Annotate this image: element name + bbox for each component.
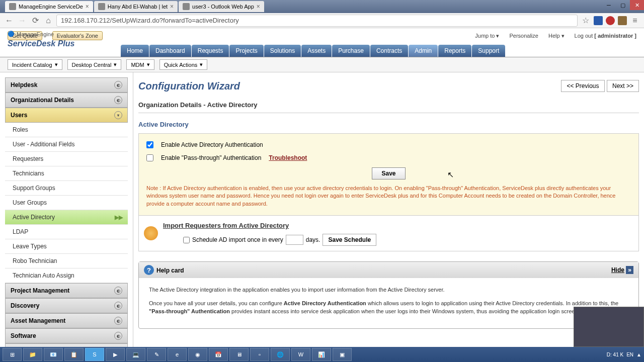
minimize-button[interactable]: ─ [602, 0, 616, 10]
enable-passthrough-checkbox[interactable] [146, 154, 153, 161]
nav-tab-requests[interactable]: Requests [192, 45, 229, 57]
toolbar-dropdown[interactable]: Desktop Central ▾ [67, 59, 122, 70]
sidebar-item[interactable]: LDAP [5, 225, 128, 239]
collapse-icon: ◐ [114, 317, 122, 325]
nav-tab-purchase[interactable]: Purchase [332, 45, 370, 57]
sidebar-item[interactable]: User Groups [5, 196, 128, 210]
tray-icon[interactable]: ▲ [636, 352, 641, 357]
sidebar-item[interactable]: Active Directory▶▶ [5, 210, 128, 225]
start-button[interactable]: ⊞ [3, 348, 22, 361]
sidebar-item[interactable]: User - Additional Fields [5, 137, 128, 152]
extension-icon[interactable] [618, 16, 627, 25]
taskbar-app[interactable]: 📁 [23, 348, 42, 361]
sidebar-item[interactable]: Roles [5, 123, 128, 137]
personalize-link[interactable]: Personalize [509, 33, 538, 39]
schedule-days-input[interactable] [286, 235, 303, 245]
import-requesters-link[interactable]: Import Requesters from Active Directory [163, 222, 289, 229]
schedule-checkbox[interactable] [183, 237, 190, 243]
taskbar-app[interactable]: e [168, 348, 187, 361]
taskbar-app[interactable]: 📊 [312, 348, 331, 361]
help-body: The Active Directory integration in the … [139, 278, 638, 328]
active-directory-box: Enable Active Directory Authentication E… [138, 133, 639, 216]
forward-button[interactable]: → [17, 16, 27, 26]
taskbar-app[interactable]: 📅 [209, 348, 228, 361]
nav-tab-solutions[interactable]: Solutions [264, 45, 301, 57]
sidebar-item[interactable]: Robo Technician [5, 254, 128, 268]
taskbar-app[interactable]: ✎ [147, 348, 166, 361]
favicon-icon [9, 3, 16, 10]
jump-to-link[interactable]: Jump to ▾ [475, 33, 499, 39]
taskbar-app[interactable]: 📋 [64, 348, 84, 361]
tab-label: ManageEngine ServiceDe [19, 4, 83, 10]
back-button[interactable]: ← [4, 16, 14, 26]
sidebar-item[interactable]: Technicians [5, 166, 128, 181]
sidebar-section-header[interactable]: Purchase / Contract Management◐ [5, 343, 128, 347]
nav-tab-reports[interactable]: Reports [438, 45, 471, 57]
home-button[interactable]: ⌂ [43, 16, 53, 26]
sidebar-section-header[interactable]: Discovery◐ [5, 298, 128, 313]
sidebar-section-header[interactable]: Users▾ [5, 108, 128, 123]
taskbar-app[interactable]: 💻 [126, 348, 145, 361]
nav-tab-projects[interactable]: Projects [229, 45, 263, 57]
sidebar-section-header[interactable]: Asset Management◐ [5, 313, 128, 328]
logout-link[interactable]: Log out [ administrator ] [575, 33, 636, 39]
nav-tab-contracts[interactable]: Contracts [370, 45, 408, 57]
browser-tab-3[interactable]: user3 - Outlook Web App × [179, 1, 264, 12]
sidebar-section-header[interactable]: Organizational Details◐ [5, 93, 128, 108]
next-button[interactable]: Next >> [607, 80, 639, 92]
taskbar-app[interactable]: S [85, 348, 104, 361]
page-subtitle: Organization Details - Active Directory [138, 97, 639, 113]
sidebar-section-header[interactable]: Software◐ [5, 328, 128, 343]
sidebar-section-header[interactable]: Helpdesk◐ [5, 77, 128, 93]
close-icon[interactable]: × [257, 3, 260, 10]
menu-icon[interactable]: ≡ [630, 16, 640, 26]
taskbar-app[interactable]: W [291, 348, 310, 361]
bookmark-icon[interactable]: ☆ [581, 16, 591, 26]
chevron-down-icon: ▾ [561, 33, 565, 39]
reload-button[interactable]: ⟳ [30, 16, 40, 26]
chevron-right-icon[interactable]: » [626, 266, 633, 274]
sidebar-item[interactable]: Technician Auto Assign [5, 268, 128, 283]
address-bar[interactable]: 192.168.170.212/SetUpWizard.do?forwardTo… [56, 15, 578, 27]
taskbar-app[interactable]: 🌐 [271, 348, 290, 361]
nav-tab-home[interactable]: Home [121, 45, 149, 57]
sidebar: Helpdesk◐Organizational Details◐Users▾Ro… [0, 72, 133, 347]
collapse-icon: ◐ [114, 302, 122, 310]
taskbar-app[interactable]: ▶ [106, 348, 125, 361]
toolbar-dropdown[interactable]: MDM ▾ [126, 59, 154, 70]
app-header: 🔵 ManageEngine ServiceDesk Plus Get Quot… [0, 28, 644, 43]
close-icon[interactable]: × [170, 3, 174, 10]
close-icon[interactable]: × [86, 3, 89, 10]
sidebar-item[interactable]: Leave Types [5, 239, 128, 254]
close-button[interactable]: ✕ [630, 0, 644, 10]
taskbar-app[interactable]: 📧 [44, 348, 63, 361]
taskbar-app[interactable]: ▫ [250, 348, 269, 361]
sidebar-item[interactable]: Support Groups [5, 181, 128, 196]
troubleshoot-link[interactable]: Troubleshoot [269, 154, 307, 161]
browser-tab-2[interactable]: Hany Abd El-Wahab | let × [94, 1, 178, 12]
save-button[interactable]: Save [372, 167, 405, 179]
taskbar-app[interactable]: ▣ [333, 348, 352, 361]
toolbar-dropdown[interactable]: Quick Actions ▾ [159, 59, 208, 70]
taskbar-app[interactable]: 🖥 [229, 348, 249, 361]
nav-tab-dashboard[interactable]: Dashboard [149, 45, 191, 57]
extension-icon[interactable] [606, 16, 615, 25]
nav-tab-support[interactable]: Support [472, 45, 505, 57]
nav-tab-admin[interactable]: Admin [409, 45, 438, 57]
help-link[interactable]: Help ▾ [548, 33, 565, 39]
enable-ad-auth-checkbox[interactable] [146, 141, 153, 148]
save-schedule-button[interactable]: Save Schedule [323, 234, 376, 246]
hide-link[interactable]: Hide [611, 266, 624, 274]
sidebar-item[interactable]: Requesters [5, 152, 128, 166]
previous-button[interactable]: << Previous [561, 80, 604, 92]
import-box: Import Requesters from Active Directory … [138, 216, 639, 251]
taskbar-app[interactable]: ◉ [188, 348, 207, 361]
collapse-icon: ◐ [114, 332, 122, 340]
sidebar-section-header[interactable]: Project Management◐ [5, 283, 128, 298]
language-indicator[interactable]: EN [626, 352, 633, 357]
nav-tab-assets[interactable]: Assets [301, 45, 332, 57]
browser-tab-1[interactable]: ManageEngine ServiceDe × [5, 1, 93, 12]
extension-icon[interactable] [594, 16, 603, 25]
toolbar-dropdown[interactable]: Incident Catalog ▾ [8, 59, 62, 70]
maximize-button[interactable]: ▢ [616, 0, 630, 10]
